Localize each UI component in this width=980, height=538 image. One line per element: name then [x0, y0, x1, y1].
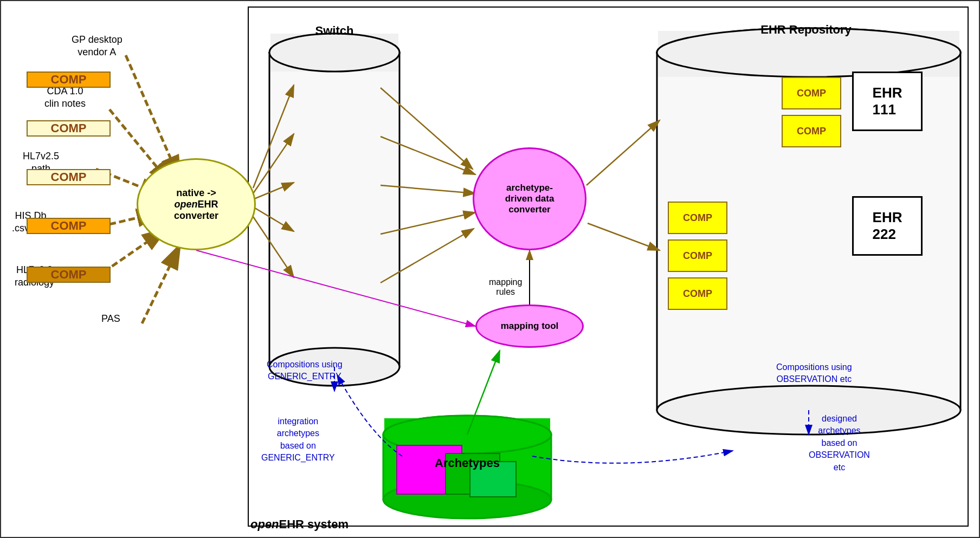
integration-archetypes-label: integrationarchetypesbased onGENERIC_ENT…	[261, 416, 335, 464]
svg-line-0	[126, 55, 180, 180]
openehr-system-label: openEHR system	[250, 517, 349, 531]
switch-comp-1: COMP	[27, 72, 111, 88]
ehr-222-comp-1: COMP	[668, 202, 727, 234]
native-converter: native ->openEHRconverter	[137, 158, 256, 250]
switch-comp-3: COMP	[27, 169, 111, 185]
switch-comp-4: COMP	[27, 218, 111, 234]
diagram-container: GP desktopvendor A CDA 1.0clin notes HL7…	[0, 0, 980, 538]
designed-archetypes-label: designedarchetypesbased onOBSERVATIONetc	[809, 413, 870, 474]
switch-title: Switch	[267, 24, 402, 38]
ehr-repo-title: EHR Repository	[652, 23, 960, 37]
ehr-111-comp-2: COMP	[782, 115, 841, 147]
mapping-tool: mapping tool	[475, 304, 584, 348]
ehr-222-comp-3: COMP	[668, 277, 727, 310]
compositions-observation-label: Compositions usingOBSERVATION etc	[776, 361, 852, 386]
label-pas: PAS	[101, 313, 120, 325]
switch-comp-2: COMP	[27, 120, 111, 137]
archetypes-label: Archetypes	[413, 456, 521, 470]
label-cda: CDA 1.0clin notes	[44, 85, 86, 111]
ehr-111-box: EHR111	[852, 72, 923, 131]
mapping-rules-label: mappingrules	[489, 277, 522, 297]
ehr-111-comp-1: COMP	[782, 77, 841, 109]
switch-comp-5: COMP	[27, 267, 111, 283]
ehr-222-comp-2: COMP	[668, 239, 727, 272]
native-converter-text: native ->openEHRconverter	[174, 187, 218, 221]
svg-line-5	[142, 245, 180, 323]
ehr-222-box: EHR222	[852, 196, 923, 256]
archetype-converter: archetype-driven dataconverter	[473, 147, 586, 250]
label-gp-desktop: GP desktopvendor A	[72, 34, 122, 59]
compositions-generic-label: Compositions usingGENERIC_ENTRY	[267, 359, 343, 383]
